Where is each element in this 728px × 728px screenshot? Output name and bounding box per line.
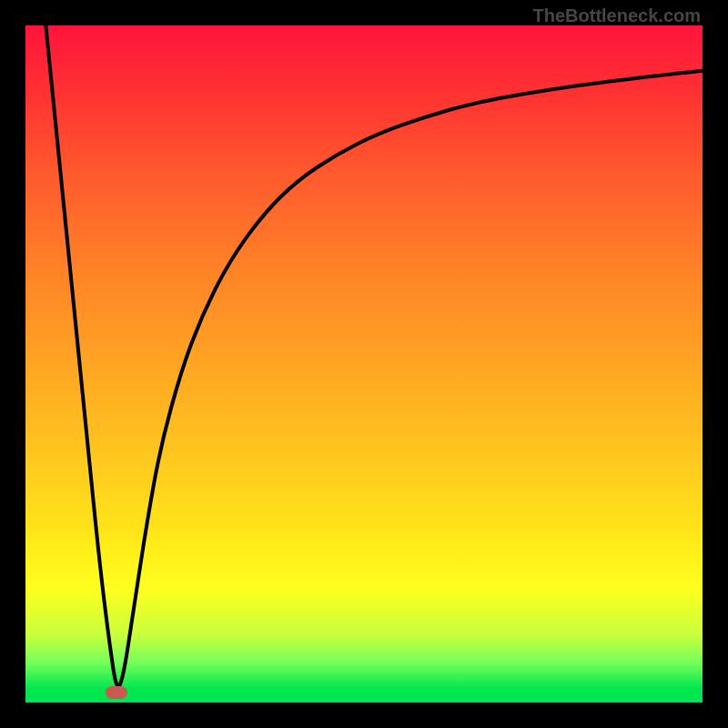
chart-area [25, 25, 703, 703]
watermark-text: TheBottleneck.com [533, 5, 701, 26]
curve-lines [25, 25, 703, 703]
minimum-marker [106, 686, 127, 699]
